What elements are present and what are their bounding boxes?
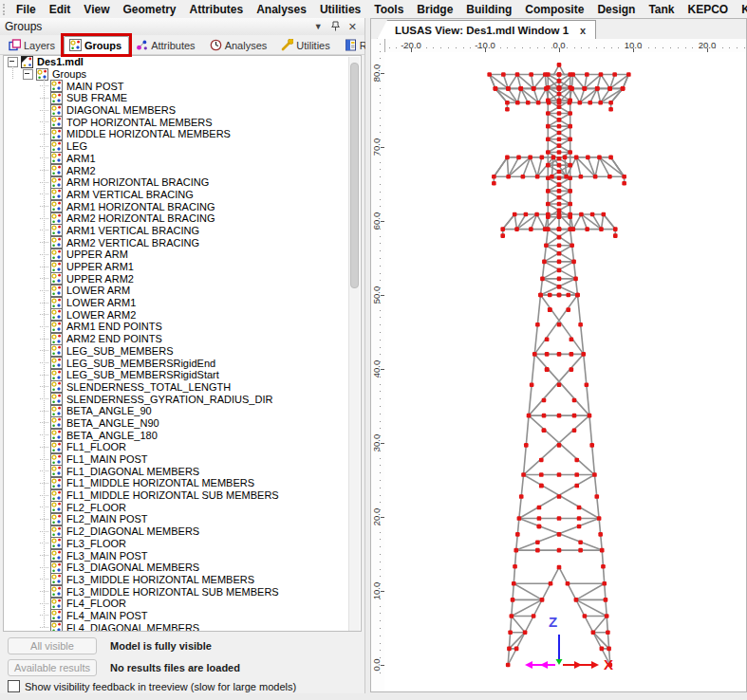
- tree-item[interactable]: MAIN POST: [4, 80, 361, 92]
- menu-tank[interactable]: Tank: [642, 1, 681, 18]
- tree-item[interactable]: SUB FRAME: [4, 92, 361, 104]
- tree-connector: [40, 627, 48, 628]
- menu-composite[interactable]: Composite: [518, 1, 590, 18]
- tree-item[interactable]: BETA_ANGLE_90: [4, 405, 361, 417]
- tree-item[interactable]: ARM1: [4, 153, 361, 165]
- menu-file[interactable]: File: [9, 1, 43, 18]
- tab-utilities[interactable]: Utilities: [275, 36, 337, 54]
- tree-root-item[interactable]: Des1.mdl: [4, 56, 361, 68]
- tab-analyses[interactable]: Analyses: [204, 36, 275, 54]
- group-icon: [50, 176, 63, 189]
- toolbar-grip[interactable]: [3, 4, 5, 15]
- tree-groups-folder[interactable]: Groups: [4, 68, 361, 81]
- tree-item[interactable]: LEG_SUB_MEMBERSRigidStart: [4, 369, 361, 381]
- tree-item[interactable]: FL4_MAIN POST: [4, 610, 361, 622]
- menu-edit[interactable]: Edit: [43, 1, 78, 18]
- menu-analyses[interactable]: Analyses: [250, 1, 313, 18]
- menu-building[interactable]: Building: [459, 1, 518, 18]
- tree-item[interactable]: FL2_MAIN POST: [4, 513, 361, 525]
- groups-treeview[interactable]: Des1.mdlGroupsMAIN POSTSUB FRAMEDIAGONAL…: [3, 55, 362, 632]
- chevron-down-icon[interactable]: ▼: [314, 23, 323, 31]
- all-visible-button[interactable]: All visible: [8, 637, 97, 654]
- tree-item[interactable]: LOWER ARM2: [4, 308, 361, 321]
- tree-item[interactable]: FL3_MAIN POST: [4, 549, 361, 562]
- analyses-icon: [210, 39, 222, 51]
- tree-item[interactable]: UPPER ARM2: [4, 272, 361, 285]
- tree-item[interactable]: ARM1 HORIZONTAL BRACING: [4, 200, 361, 212]
- tree-item[interactable]: ARM1 END POINTS: [4, 321, 361, 333]
- tree-item[interactable]: FL1_MIDDLE HORIZONTAL MEMBERS: [4, 477, 361, 489]
- tree-item[interactable]: ARM HORIZONTAL BRACING: [4, 176, 361, 189]
- tree-item[interactable]: SLENDERNESS_GYRATION_RADIUS_DIR: [4, 393, 361, 405]
- menu-bar: FileEditViewGeometryAttributesAnalysesUt…: [0, 0, 747, 19]
- model-view-canvas[interactable]: ZX: [384, 52, 746, 691]
- group-icon: [50, 297, 63, 309]
- panel-title-bar: Groups ▼ ✕: [0, 18, 364, 36]
- visibility-status-text: Model is fully visible: [110, 640, 212, 652]
- tree-item[interactable]: FL4_DIAGONAL MEMBERS: [4, 621, 361, 632]
- tree-item[interactable]: FL1_MAIN POST: [4, 453, 361, 466]
- tree-item[interactable]: UPPER ARM: [4, 249, 361, 261]
- tree-item[interactable]: LOWER ARM: [4, 285, 361, 297]
- menu-design[interactable]: Design: [590, 1, 642, 18]
- tree-item[interactable]: LEG_SUB_MEMBERSRigidEnd: [4, 357, 361, 369]
- tree-item-label: FL4_DIAGONAL MEMBERS: [63, 622, 199, 632]
- tab-attributes[interactable]: Attributes: [130, 36, 202, 54]
- tree-scrollbar-thumb[interactable]: [350, 63, 359, 288]
- group-icon: [50, 212, 63, 225]
- attributes-icon: [136, 39, 148, 51]
- view-tab[interactable]: LUSAS View: Des1.mdl Window 1 x: [377, 20, 596, 40]
- view-tab-close-icon[interactable]: x: [580, 25, 586, 36]
- group-icon: [50, 152, 63, 164]
- tree-item[interactable]: FL4_FLOOR: [4, 598, 361, 610]
- tree-item[interactable]: FL3_MIDDLE HORIZONTAL MEMBERS: [4, 574, 361, 586]
- group-icon: [50, 369, 63, 381]
- pin-icon[interactable]: [331, 21, 340, 33]
- tree-item[interactable]: ARM2 VERTICAL BRACING: [4, 236, 361, 249]
- tab-layers[interactable]: Layers: [3, 36, 63, 54]
- tree-item[interactable]: DIAGONAL MEMBERS: [4, 104, 361, 117]
- tree-item[interactable]: MIDDLE HORIZONTAL MEMBERS: [4, 128, 361, 140]
- group-icon: [50, 453, 63, 466]
- tree-item[interactable]: ARM2: [4, 164, 361, 176]
- group-icon: [50, 188, 63, 200]
- menu-kepco[interactable]: KEPCO: [682, 1, 736, 18]
- menu-view[interactable]: View: [77, 1, 116, 18]
- tree-item[interactable]: ARM2 END POINTS: [4, 333, 361, 345]
- tree-item[interactable]: FL3_FLOOR: [4, 538, 361, 550]
- available-results-button[interactable]: Available results: [8, 659, 97, 676]
- tree-item[interactable]: FL2_DIAGONAL MEMBERS: [4, 525, 361, 538]
- close-icon[interactable]: ✕: [348, 23, 357, 31]
- tree-item[interactable]: LEG_SUB_MEMBERS: [4, 345, 361, 358]
- tree-item[interactable]: SLENDERNESS_TOTAL_LENGTH: [4, 381, 361, 394]
- menu-bridge[interactable]: Bridge: [410, 1, 459, 18]
- tree-item[interactable]: FL3_MIDDLE HORIZONTAL SUB MEMBERS: [4, 585, 361, 598]
- results-status-text: No results files are loaded: [110, 662, 240, 673]
- tab-groups[interactable]: Groups: [64, 36, 129, 54]
- visibility-feedback-checkbox[interactable]: [8, 680, 20, 692]
- tree-item[interactable]: FL3_DIAGONAL MEMBERS: [4, 562, 361, 574]
- tree-item-label: LOWER ARM1: [63, 297, 136, 308]
- menu-kgs[interactable]: KGS: [735, 1, 747, 18]
- tree-item[interactable]: BETA_ANGLE_180: [4, 429, 361, 441]
- tree-item[interactable]: FL1_MIDDLE HORIZONTAL SUB MEMBERS: [4, 489, 361, 502]
- tree-item[interactable]: FL2_FLOOR: [4, 501, 361, 513]
- menu-geometry[interactable]: Geometry: [116, 1, 182, 18]
- tree-item[interactable]: UPPER ARM1: [4, 261, 361, 273]
- tree-item[interactable]: BETA_ANGLE_N90: [4, 417, 361, 430]
- menu-utilities[interactable]: Utilities: [313, 1, 367, 18]
- tree-scrollbar[interactable]: [348, 57, 360, 632]
- utilities-icon: [281, 39, 293, 51]
- menu-tools[interactable]: Tools: [367, 1, 410, 18]
- tree-item[interactable]: FL1_DIAGONAL MEMBERS: [4, 465, 361, 477]
- tree-item[interactable]: LOWER ARM1: [4, 297, 361, 309]
- tree-item[interactable]: ARM VERTICAL BRACING: [4, 189, 361, 201]
- group-icon: [50, 441, 63, 453]
- expand-collapse-box[interactable]: [23, 69, 33, 80]
- tree-item[interactable]: ARM1 VERTICAL BRACING: [4, 225, 361, 237]
- tree-item[interactable]: TOP HORIZONTAL MEMBERS: [4, 116, 361, 128]
- tree-item[interactable]: ARM2 HORIZONTAL BRACING: [4, 212, 361, 225]
- menu-attributes[interactable]: Attributes: [183, 1, 251, 18]
- tree-item[interactable]: FL1_FLOOR: [4, 441, 361, 453]
- tree-item[interactable]: LEG: [4, 140, 361, 153]
